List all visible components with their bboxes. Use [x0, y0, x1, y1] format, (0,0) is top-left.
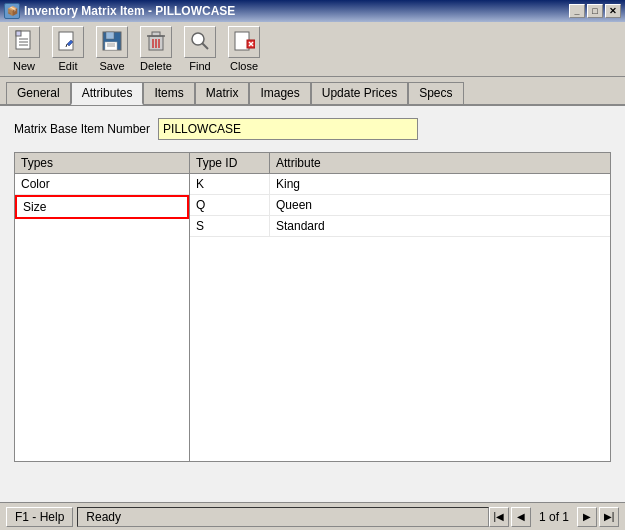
tabs-row: General Attributes Items Matrix Images U…	[0, 77, 625, 106]
title-bar: 📦 Inventory Matrix Item - PILLOWCASE _ □…	[0, 0, 625, 22]
attribute-header: Attribute	[270, 153, 610, 173]
find-button[interactable]: Find	[182, 26, 218, 72]
nav-controls: |◀ ◀ 1 of 1 ▶ ▶|	[489, 507, 619, 527]
save-label: Save	[99, 60, 124, 72]
new-icon	[8, 26, 40, 58]
edit-icon	[52, 26, 84, 58]
help-button[interactable]: F1 - Help	[6, 507, 73, 527]
close-label: Close	[230, 60, 258, 72]
attr-row-king[interactable]: K King	[190, 174, 610, 195]
main-window: 📦 Inventory Matrix Item - PILLOWCASE _ □…	[0, 0, 625, 530]
title-text: Inventory Matrix Item - PILLOWCASE	[24, 4, 235, 18]
attributes-table: Type ID Attribute K King Q Queen S Stand…	[190, 153, 610, 461]
attr-row-queen[interactable]: Q Queen	[190, 195, 610, 216]
tab-items[interactable]: Items	[143, 82, 194, 105]
attr-attribute-standard: Standard	[270, 216, 610, 236]
close-window-button[interactable]: ✕	[605, 4, 621, 18]
tab-update-prices[interactable]: Update Prices	[311, 82, 408, 105]
first-page-button[interactable]: |◀	[489, 507, 509, 527]
attr-type-id-king: K	[190, 174, 270, 194]
svg-rect-8	[106, 32, 114, 39]
attr-attribute-king: King	[270, 174, 610, 194]
attributes-table-body: K King Q Queen S Standard	[190, 174, 610, 461]
types-table: Types Color Size	[15, 153, 190, 461]
matrix-base-item-row: Matrix Base Item Number	[14, 118, 611, 140]
edit-label: Edit	[59, 60, 78, 72]
minimize-button[interactable]: _	[569, 4, 585, 18]
types-table-body: Color Size	[15, 174, 189, 461]
find-icon	[184, 26, 216, 58]
tab-images[interactable]: Images	[249, 82, 310, 105]
prev-page-button[interactable]: ◀	[511, 507, 531, 527]
types-header: Types	[15, 153, 189, 174]
close-icon	[228, 26, 260, 58]
delete-button[interactable]: Delete	[138, 26, 174, 72]
tab-specs[interactable]: Specs	[408, 82, 463, 105]
svg-rect-1	[16, 31, 21, 36]
attributes-header: Type ID Attribute	[190, 153, 610, 174]
matrix-base-item-label: Matrix Base Item Number	[14, 122, 150, 136]
new-label: New	[13, 60, 35, 72]
attr-row-standard[interactable]: S Standard	[190, 216, 610, 237]
save-icon	[96, 26, 128, 58]
attr-type-id-queen: Q	[190, 195, 270, 215]
new-button[interactable]: New	[6, 26, 42, 72]
app-icon: 📦	[4, 3, 20, 19]
status-bar: F1 - Help Ready |◀ ◀ 1 of 1 ▶ ▶|	[0, 502, 625, 530]
next-page-button[interactable]: ▶	[577, 507, 597, 527]
type-row-color[interactable]: Color	[15, 174, 189, 195]
attr-attribute-queen: Queen	[270, 195, 610, 215]
toolbar: New Edit Save	[0, 22, 625, 77]
svg-line-19	[202, 43, 208, 49]
page-number: 1 of 1	[533, 508, 575, 526]
last-page-button[interactable]: ▶|	[599, 507, 619, 527]
tab-general[interactable]: General	[6, 82, 71, 105]
status-text: Ready	[77, 507, 489, 527]
matrix-base-item-input[interactable]	[158, 118, 418, 140]
maximize-button[interactable]: □	[587, 4, 603, 18]
attr-type-id-standard: S	[190, 216, 270, 236]
main-content: Matrix Base Item Number Types Color Size	[0, 106, 625, 530]
delete-label: Delete	[140, 60, 172, 72]
title-bar-controls: _ □ ✕	[569, 4, 621, 18]
close-button[interactable]: Close	[226, 26, 262, 72]
tab-matrix[interactable]: Matrix	[195, 82, 250, 105]
tables-container: Types Color Size Type ID Attribute	[14, 152, 611, 462]
save-button[interactable]: Save	[94, 26, 130, 72]
tab-attributes[interactable]: Attributes	[71, 82, 144, 105]
edit-button[interactable]: Edit	[50, 26, 86, 72]
find-label: Find	[189, 60, 210, 72]
type-id-header: Type ID	[190, 153, 270, 173]
delete-icon	[140, 26, 172, 58]
type-row-size[interactable]: Size	[15, 195, 189, 219]
